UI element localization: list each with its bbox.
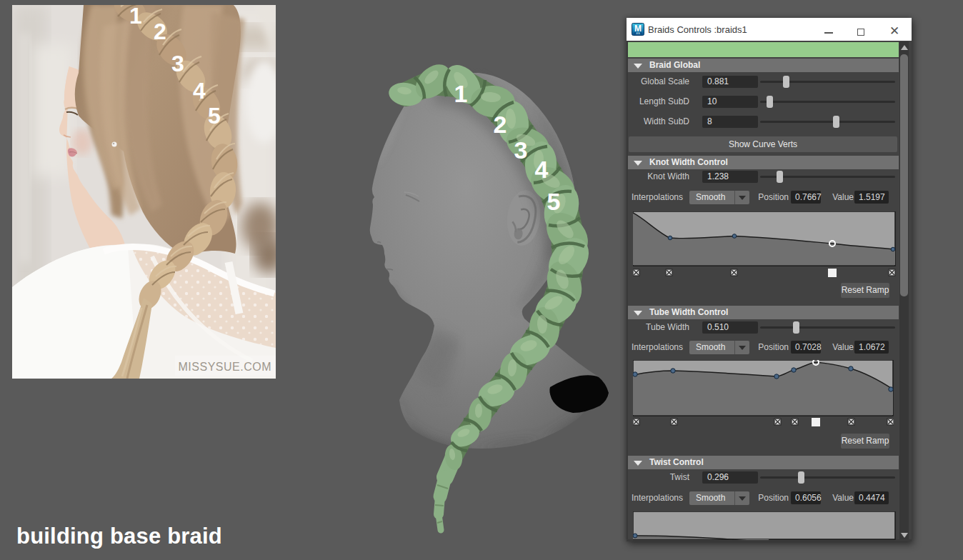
svg-text:1: 1: [129, 5, 142, 29]
svg-text:2: 2: [494, 111, 507, 138]
svg-text:AYA: AYA: [636, 32, 639, 35]
svg-text:5: 5: [208, 103, 221, 129]
svg-text:1: 1: [454, 80, 468, 107]
svg-text:4: 4: [193, 78, 206, 104]
svg-text:MISSYSUE.COM: MISSYSUE.COM: [179, 361, 271, 373]
svg-text:3: 3: [514, 136, 528, 164]
svg-text:5: 5: [547, 188, 561, 215]
svg-text:2: 2: [154, 19, 166, 44]
svg-text:4: 4: [535, 156, 549, 183]
svg-text:3: 3: [171, 51, 184, 76]
